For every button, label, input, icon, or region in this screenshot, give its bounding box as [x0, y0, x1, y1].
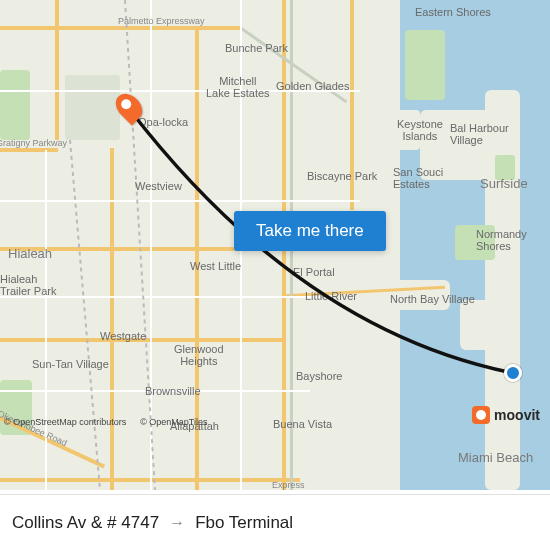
- origin-marker[interactable]: [504, 364, 522, 382]
- take-me-there-button[interactable]: Take me there: [234, 211, 386, 251]
- moovit-brand-text: moovit: [494, 407, 540, 423]
- moovit-logo-icon: [472, 406, 490, 424]
- moovit-badge[interactable]: moovit: [472, 406, 540, 424]
- destination-label: Fbo Terminal: [195, 513, 293, 533]
- route-footer: Collins Av & # 4747 → Fbo Terminal: [0, 494, 550, 550]
- omt-attribution[interactable]: © OpenMapTiles: [140, 417, 207, 427]
- map-canvas[interactable]: Palmetto Expressway Bunche Park Eastern …: [0, 0, 550, 490]
- osm-attribution[interactable]: © OpenStreetMap contributors: [4, 417, 126, 427]
- map-attribution: © OpenStreetMap contributors © OpenMapTi…: [4, 417, 208, 427]
- origin-label: Collins Av & # 4747: [12, 513, 159, 533]
- arrow-icon: →: [169, 514, 185, 532]
